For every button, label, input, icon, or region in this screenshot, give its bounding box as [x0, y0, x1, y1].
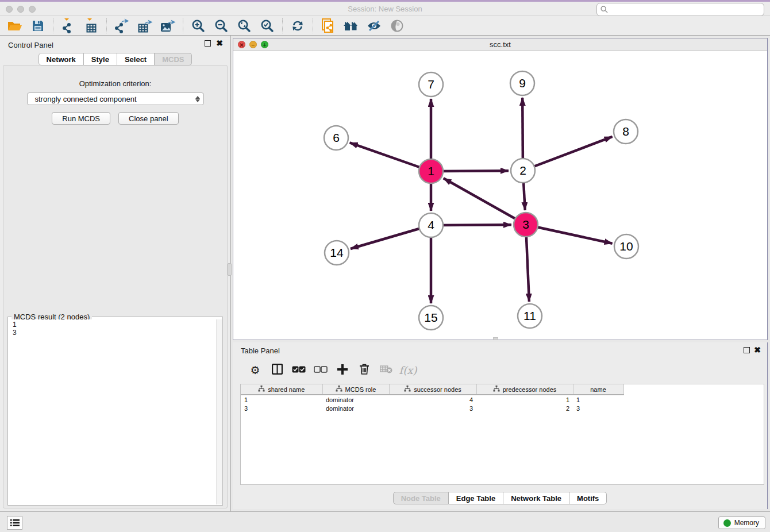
cell-predecessor-nodes[interactable]: 2: [476, 404, 573, 413]
export-table-button[interactable]: [133, 17, 156, 34]
mcds-result-text[interactable]: 1 3: [9, 319, 215, 504]
network-resize-grip[interactable]: [493, 337, 498, 340]
cell-MCDS-role[interactable]: dominator: [322, 395, 389, 404]
tab-select[interactable]: Select: [117, 53, 155, 65]
import-table-button[interactable]: [80, 17, 103, 34]
add-column-button[interactable]: [332, 361, 353, 379]
node-9[interactable]: 9: [510, 71, 534, 95]
refresh-view-button[interactable]: [286, 17, 309, 34]
cell-successor-nodes[interactable]: 4: [389, 395, 476, 404]
delete-column-button[interactable]: [354, 361, 375, 379]
control-panel-header: Control Panel ✖: [0, 36, 230, 53]
delete-table-button: [376, 361, 396, 379]
first-neighbors-button[interactable]: [340, 17, 363, 34]
zoom-selected-button[interactable]: [256, 17, 279, 34]
cell-MCDS-role[interactable]: dominator: [322, 404, 389, 413]
tab-network[interactable]: Network: [38, 53, 84, 65]
cell-shared-name[interactable]: 3: [241, 404, 322, 413]
open-session-icon: [7, 20, 22, 32]
export-image-icon: [160, 18, 176, 33]
tab-network-table[interactable]: Network Table: [503, 492, 569, 504]
cell-predecessor-nodes[interactable]: 1: [476, 395, 573, 404]
node-table-grid[interactable]: shared nameMCDS rolesuccessor nodesprede…: [241, 384, 624, 413]
close-panel-icon[interactable]: ✖: [216, 38, 223, 48]
column-header-name[interactable]: name: [573, 384, 623, 395]
list-icon: [10, 519, 20, 527]
node-1[interactable]: 1: [419, 159, 443, 183]
table-row[interactable]: 1dominator411: [241, 395, 623, 404]
table-settings-button[interactable]: ⚙: [245, 361, 265, 379]
edge-3-1[interactable]: [444, 178, 526, 225]
edge-1-6[interactable]: [350, 142, 431, 171]
node-label: 4: [428, 218, 434, 232]
panel-mode-button[interactable]: [267, 361, 287, 379]
tab-mcds[interactable]: MCDS: [155, 53, 192, 65]
float-panel-icon[interactable]: [205, 40, 211, 47]
network-canvas[interactable]: 7968124314101511: [233, 51, 767, 340]
zoom-out-button[interactable]: [210, 17, 233, 34]
column-header-MCDS-role[interactable]: MCDS role: [322, 384, 389, 395]
network-window-titlebar[interactable]: ✕ − + scc.txt: [233, 38, 767, 51]
float-table-panel-icon[interactable]: [744, 347, 750, 353]
select-all-button[interactable]: [288, 361, 309, 379]
select-all-icon: [292, 366, 306, 375]
search-input[interactable]: [596, 3, 764, 16]
node-10[interactable]: 10: [614, 234, 638, 259]
node-8[interactable]: 8: [614, 119, 638, 144]
node-11[interactable]: 11: [518, 304, 542, 328]
tab-motifs[interactable]: Motifs: [569, 492, 607, 504]
open-session-button[interactable]: [3, 17, 26, 34]
function-builder-button: f(x): [398, 361, 418, 379]
result-scrollbar[interactable]: [216, 319, 222, 504]
memory-status-icon: [723, 519, 731, 527]
column-header-shared-name[interactable]: shared name: [241, 384, 322, 395]
import-network-button[interactable]: [57, 17, 80, 34]
hierarchy-icon: [404, 385, 411, 393]
node-4[interactable]: 4: [419, 213, 443, 237]
memory-label: Memory: [734, 519, 759, 527]
tab-style[interactable]: Style: [84, 53, 117, 65]
clone-network-button[interactable]: [317, 17, 340, 34]
export-network-button[interactable]: [110, 17, 133, 34]
table-panel-tabs: Node TableEdge TableNetwork TableMotifs: [233, 492, 767, 504]
edge-3-10[interactable]: [526, 225, 613, 244]
memory-button[interactable]: Memory: [718, 516, 765, 529]
panel-splitter-grip[interactable]: [228, 263, 232, 276]
tab-node-table[interactable]: Node Table: [393, 492, 449, 504]
zoom-fit-button[interactable]: [233, 17, 256, 34]
task-history-button[interactable]: [7, 516, 22, 530]
node-3[interactable]: 3: [514, 213, 538, 237]
deselect-all-button[interactable]: [310, 361, 331, 379]
node-label: 8: [622, 125, 629, 138]
edge-2-8[interactable]: [523, 137, 613, 171]
save-session-button[interactable]: [26, 17, 49, 34]
table-settings-icon: ⚙: [250, 365, 260, 376]
toolbar-separator: [313, 18, 313, 33]
criterion-dropdown[interactable]: strongly connected component: [27, 92, 204, 105]
run-mcds-button[interactable]: Run MCDS: [52, 112, 110, 125]
node-7[interactable]: 7: [419, 72, 443, 97]
cell-successor-nodes[interactable]: 3: [389, 404, 476, 413]
table-row[interactable]: 3dominator323: [241, 404, 623, 413]
search-box: [596, 3, 764, 16]
zoom-selected-icon: [260, 19, 274, 33]
cell-name[interactable]: 1: [573, 395, 623, 404]
column-header-successor-nodes[interactable]: successor nodes: [389, 384, 476, 395]
tab-edge-table[interactable]: Edge Table: [449, 492, 503, 504]
close-panel-button[interactable]: Close panel: [118, 112, 179, 125]
node-6[interactable]: 6: [324, 126, 348, 150]
node-2[interactable]: 2: [511, 159, 535, 183]
hide-selected-button[interactable]: [363, 17, 386, 34]
show-all-button[interactable]: [386, 17, 409, 34]
export-image-button[interactable]: [156, 17, 179, 34]
main-toolbar: [0, 16, 770, 36]
cell-shared-name[interactable]: 1: [241, 395, 322, 404]
zoom-in-button[interactable]: [187, 17, 210, 34]
cell-name[interactable]: 3: [573, 404, 623, 413]
delete-column-icon: [360, 364, 369, 376]
column-header-predecessor-nodes[interactable]: predecessor nodes: [476, 384, 573, 395]
search-icon: [600, 6, 608, 13]
close-table-panel-icon[interactable]: ✖: [754, 345, 761, 354]
node-15[interactable]: 15: [419, 306, 443, 330]
node-14[interactable]: 14: [325, 241, 349, 265]
